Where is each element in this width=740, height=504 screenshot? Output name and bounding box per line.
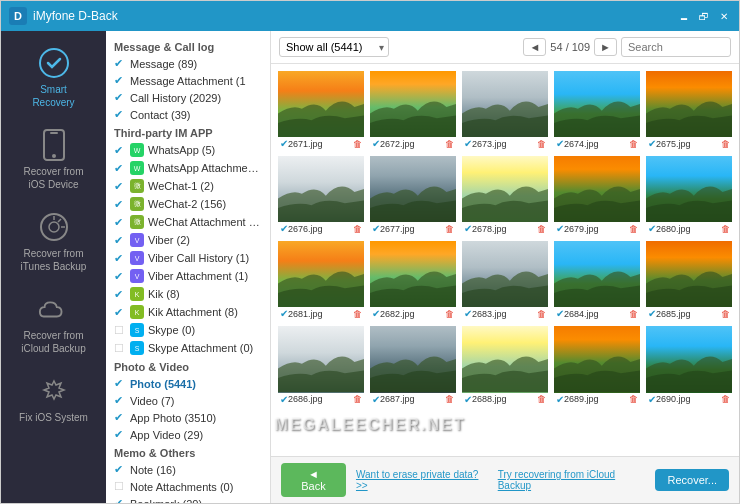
photo-item[interactable]: ✔2689.jpg🗑 bbox=[553, 325, 641, 406]
photo-delete-icon[interactable]: 🗑 bbox=[721, 139, 730, 149]
category-item[interactable]: ☐SSkype Attachment (0) bbox=[106, 339, 270, 357]
photo-delete-icon[interactable]: 🗑 bbox=[629, 224, 638, 234]
photo-delete-icon[interactable]: 🗑 bbox=[721, 394, 730, 404]
photo-check-icon: ✔ bbox=[280, 138, 288, 149]
maximize-button[interactable]: 🗗 bbox=[697, 9, 711, 23]
photo-delete-icon[interactable]: 🗑 bbox=[445, 309, 454, 319]
photo-item[interactable]: ✔2687.jpg🗑 bbox=[369, 325, 457, 406]
photo-delete-icon[interactable]: 🗑 bbox=[721, 224, 730, 234]
photo-item[interactable]: ✔2688.jpg🗑 bbox=[461, 325, 549, 406]
close-button[interactable]: ✕ bbox=[717, 9, 731, 23]
category-item[interactable]: ✔Contact (39) bbox=[106, 106, 270, 123]
sidebar-item-fix-ios[interactable]: Fix iOS System bbox=[1, 367, 106, 432]
photo-item[interactable]: ✔2682.jpg🗑 bbox=[369, 240, 457, 321]
photo-item[interactable]: ✔2681.jpg🗑 bbox=[277, 240, 365, 321]
photo-item[interactable]: ✔2684.jpg🗑 bbox=[553, 240, 641, 321]
photo-item[interactable]: ✔2690.jpg🗑 bbox=[645, 325, 733, 406]
photo-item[interactable]: ✔2683.jpg🗑 bbox=[461, 240, 549, 321]
category-item[interactable]: ✔Note (16) bbox=[106, 461, 270, 478]
category-item[interactable]: ✔KKik Attachment (8) bbox=[106, 303, 270, 321]
photo-filename: 2690.jpg bbox=[656, 394, 721, 404]
prev-page-button[interactable]: ◄ bbox=[523, 38, 546, 56]
photo-delete-icon[interactable]: 🗑 bbox=[445, 394, 454, 404]
photo-item[interactable]: ✔2671.jpg🗑 bbox=[277, 70, 365, 151]
photo-check-icon: ✔ bbox=[556, 223, 564, 234]
category-item[interactable]: ✔微WeChat-1 (2) bbox=[106, 177, 270, 195]
photo-delete-icon[interactable]: 🗑 bbox=[445, 139, 454, 149]
recover-icloud-link[interactable]: Try recovering from iCloud Backup bbox=[498, 469, 646, 491]
photo-check-icon: ✔ bbox=[372, 138, 380, 149]
checkbox-icon: ✔ bbox=[114, 497, 126, 503]
photo-delete-icon[interactable]: 🗑 bbox=[629, 139, 638, 149]
photo-delete-icon[interactable]: 🗑 bbox=[445, 224, 454, 234]
category-item[interactable]: ✔微WeChat Attachment (1... bbox=[106, 213, 270, 231]
category-item[interactable]: ☐Note Attachments (0) bbox=[106, 478, 270, 495]
photo-filename: 2681.jpg bbox=[288, 309, 353, 319]
category-item[interactable]: ✔VViber Call History (1) bbox=[106, 249, 270, 267]
photo-item[interactable]: ✔2678.jpg🗑 bbox=[461, 155, 549, 236]
show-all-dropdown[interactable]: Show all (5441) bbox=[279, 37, 389, 57]
skype-icon: S bbox=[130, 341, 144, 355]
next-page-button[interactable]: ► bbox=[594, 38, 617, 56]
photo-delete-icon[interactable]: 🗑 bbox=[629, 309, 638, 319]
category-item[interactable]: ☐SSkype (0) bbox=[106, 321, 270, 339]
photo-item[interactable]: ✔2672.jpg🗑 bbox=[369, 70, 457, 151]
photo-item[interactable]: ✔2680.jpg🗑 bbox=[645, 155, 733, 236]
sidebar-item-recover-itunes[interactable]: Recover fromiTunes Backup bbox=[1, 203, 106, 281]
checkbox-icon: ✔ bbox=[114, 394, 126, 407]
category-item-label: Skype Attachment (0) bbox=[148, 342, 262, 354]
category-item[interactable]: ✔VViber Attachment (1) bbox=[106, 267, 270, 285]
page-info: 54 / 109 bbox=[550, 41, 590, 53]
photo-delete-icon[interactable]: 🗑 bbox=[537, 224, 546, 234]
photo-item[interactable]: ✔2673.jpg🗑 bbox=[461, 70, 549, 151]
photo-delete-icon[interactable]: 🗑 bbox=[353, 224, 362, 234]
search-input[interactable] bbox=[621, 37, 731, 57]
photo-item[interactable]: ✔2677.jpg🗑 bbox=[369, 155, 457, 236]
photo-thumbnail bbox=[278, 241, 364, 307]
sidebar-item-recover-icloud[interactable]: Recover fromiCloud Backup bbox=[1, 285, 106, 363]
recover-button[interactable]: Recover... bbox=[655, 469, 729, 491]
photo-thumbnail bbox=[646, 326, 732, 392]
category-item[interactable]: ✔App Photo (3510) bbox=[106, 409, 270, 426]
photo-item[interactable]: ✔2686.jpg🗑 bbox=[277, 325, 365, 406]
category-item[interactable]: ✔VViber (2) bbox=[106, 231, 270, 249]
photo-check-icon: ✔ bbox=[464, 394, 472, 405]
category-item[interactable]: ✔WWhatsApp (5) bbox=[106, 141, 270, 159]
category-item[interactable]: ✔微WeChat-2 (156) bbox=[106, 195, 270, 213]
photo-delete-icon[interactable]: 🗑 bbox=[629, 394, 638, 404]
category-item[interactable]: ✔WWhatsApp Attachmen... bbox=[106, 159, 270, 177]
photo-thumbnail bbox=[462, 241, 548, 307]
photo-delete-icon[interactable]: 🗑 bbox=[353, 139, 362, 149]
category-item[interactable]: ✔Bookmark (20) bbox=[106, 495, 270, 503]
category-item[interactable]: ✔Message Attachment (1 bbox=[106, 72, 270, 89]
sidebar-item-recover-ios[interactable]: Recover fromiOS Device bbox=[1, 121, 106, 199]
photo-delete-icon[interactable]: 🗑 bbox=[537, 139, 546, 149]
category-item[interactable]: ✔Photo (5441) bbox=[106, 375, 270, 392]
minimize-button[interactable]: 🗕 bbox=[677, 9, 691, 23]
photo-delete-icon[interactable]: 🗑 bbox=[353, 309, 362, 319]
category-item[interactable]: ✔Call History (2029) bbox=[106, 89, 270, 106]
photo-thumbnail bbox=[370, 241, 456, 307]
photo-item[interactable]: ✔2679.jpg🗑 bbox=[553, 155, 641, 236]
sidebar-item-smart-recovery[interactable]: SmartRecovery bbox=[1, 39, 106, 117]
category-item[interactable]: ✔Video (7) bbox=[106, 392, 270, 409]
photo-item[interactable]: ✔2674.jpg🗑 bbox=[553, 70, 641, 151]
photo-item[interactable]: ✔2685.jpg🗑 bbox=[645, 240, 733, 321]
photo-delete-icon[interactable]: 🗑 bbox=[353, 394, 362, 404]
photo-thumbnail bbox=[554, 71, 640, 137]
category-item[interactable]: ✔App Video (29) bbox=[106, 426, 270, 443]
category-item[interactable]: ✔Message (89) bbox=[106, 55, 270, 72]
photo-item[interactable]: ✔2675.jpg🗑 bbox=[645, 70, 733, 151]
category-item[interactable]: ✔KKik (8) bbox=[106, 285, 270, 303]
back-button[interactable]: ◄ Back bbox=[281, 463, 346, 497]
category-item-label: Call History (2029) bbox=[130, 92, 262, 104]
photo-delete-icon[interactable]: 🗑 bbox=[537, 309, 546, 319]
content-area: Show all (5441) ◄ 54 / 109 ► ✔2671.jpg🗑 … bbox=[271, 31, 739, 503]
photo-item[interactable]: ✔2676.jpg🗑 bbox=[277, 155, 365, 236]
erase-private-link[interactable]: Want to erase private data? >> bbox=[356, 469, 488, 491]
photo-label-bar: ✔2673.jpg🗑 bbox=[462, 137, 548, 150]
recover-itunes-icon bbox=[38, 211, 70, 243]
photo-delete-icon[interactable]: 🗑 bbox=[721, 309, 730, 319]
photo-delete-icon[interactable]: 🗑 bbox=[537, 394, 546, 404]
checkbox-icon: ✔ bbox=[114, 306, 126, 319]
